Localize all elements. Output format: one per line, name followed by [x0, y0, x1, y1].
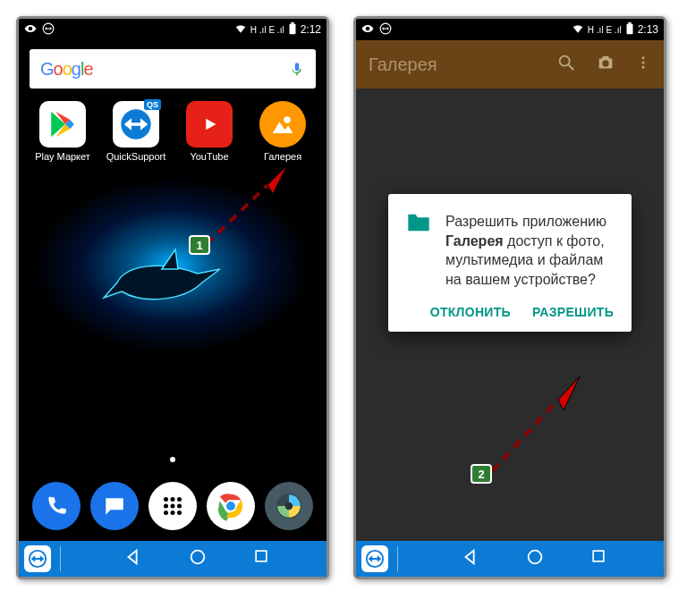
- messages-app-icon[interactable]: [90, 482, 139, 530]
- teamviewer-status-icon: [42, 22, 55, 38]
- google-logo: Google: [40, 59, 93, 80]
- svg-point-29: [602, 60, 608, 66]
- teamviewer-nav-icon[interactable]: [361, 545, 388, 572]
- svg-point-5: [164, 497, 168, 502]
- app-play-market[interactable]: Play Маркет: [31, 101, 94, 162]
- svg-rect-2: [291, 22, 294, 24]
- svg-point-18: [284, 502, 293, 511]
- signal-text: H .ıl E .ıl: [250, 25, 284, 35]
- phone-home: H .ıl E .ıl 2:12 Google Play Маркет QS: [16, 16, 329, 579]
- home-app-row: Play Маркет QS QuickSupport YouTube Гале…: [19, 101, 327, 162]
- search-icon[interactable]: [556, 53, 576, 77]
- battery-icon: [288, 22, 297, 38]
- svg-rect-35: [593, 551, 604, 561]
- gallery-toolbar: Галерея: [356, 40, 664, 89]
- app-youtube[interactable]: YouTube: [178, 101, 241, 162]
- svg-point-32: [642, 65, 645, 68]
- wifi-icon: [572, 22, 584, 38]
- teamviewer-nav-icon[interactable]: [24, 545, 51, 572]
- nav-bar: [19, 541, 327, 577]
- camera-app-icon[interactable]: [265, 482, 313, 530]
- svg-point-20: [191, 551, 204, 564]
- phone-app-icon[interactable]: [32, 482, 81, 530]
- app-drawer-icon[interactable]: [148, 482, 197, 530]
- svg-rect-1: [289, 23, 295, 33]
- teamviewer-status-icon: [379, 22, 392, 38]
- app-label: Галерея: [251, 151, 314, 162]
- status-bar: H .ıl E .ıl 2:12: [19, 19, 327, 40]
- quicksupport-icon: QS: [113, 101, 159, 148]
- recents-button[interactable]: [589, 547, 607, 570]
- svg-point-10: [177, 504, 182, 509]
- svg-rect-21: [256, 551, 267, 561]
- recents-button[interactable]: [252, 547, 270, 570]
- mic-icon[interactable]: [289, 61, 305, 77]
- youtube-icon: [186, 101, 233, 148]
- wifi-icon: [234, 22, 247, 38]
- app-label: YouTube: [178, 151, 241, 162]
- svg-point-31: [642, 61, 645, 63]
- svg-point-12: [170, 511, 174, 515]
- dialog-text-pre: Разрешить приложению: [445, 214, 606, 229]
- battery-icon: [625, 22, 634, 38]
- dialog-text-appname: Галерея: [445, 233, 504, 249]
- home-button[interactable]: [525, 547, 545, 570]
- folder-icon: [406, 212, 431, 233]
- clock-text: 2:13: [638, 23, 658, 36]
- nav-divider: [60, 546, 61, 571]
- camera-icon[interactable]: [596, 53, 615, 77]
- app-label: Play Маркет: [31, 151, 94, 162]
- svg-rect-26: [628, 22, 632, 24]
- page-indicator-dot: [170, 457, 175, 462]
- permission-dialog: Разрешить приложению Галерея доступ к фо…: [388, 194, 632, 332]
- eye-icon: [361, 22, 374, 38]
- svg-line-28: [569, 64, 574, 70]
- gallery-title: Галерея: [369, 55, 437, 75]
- app-label: QuickSupport: [105, 151, 167, 162]
- svg-point-27: [560, 55, 570, 65]
- step-badge-2: 2: [471, 464, 492, 484]
- permission-dialog-text: Разрешить приложению Галерея доступ к фо…: [445, 212, 614, 289]
- deny-button[interactable]: ОТКЛОНИТЬ: [430, 305, 511, 319]
- svg-point-11: [164, 511, 168, 515]
- app-gallery[interactable]: Галерея: [251, 101, 314, 162]
- svg-point-30: [642, 56, 645, 59]
- status-bar: H .ıl E .ıl 2:13: [356, 19, 664, 40]
- clock-text: 2:12: [301, 23, 321, 36]
- eye-icon: [24, 22, 37, 38]
- step-badge-1: 1: [189, 235, 210, 255]
- phone-gallery: H .ıl E .ıl 2:13 Галерея Разрешить прило…: [353, 16, 666, 579]
- step-number: 1: [196, 239, 202, 252]
- nav-bar: [356, 541, 664, 577]
- svg-point-4: [284, 116, 291, 123]
- nav-divider: [397, 546, 398, 571]
- back-button[interactable]: [123, 547, 143, 570]
- gallery-icon: [259, 101, 306, 148]
- back-button[interactable]: [461, 547, 480, 570]
- svg-point-34: [528, 551, 541, 564]
- allow-button[interactable]: РАЗРЕШИТЬ: [532, 305, 614, 319]
- svg-point-9: [170, 504, 174, 509]
- step-number: 2: [478, 468, 484, 481]
- svg-rect-25: [626, 23, 632, 33]
- svg-point-13: [177, 511, 182, 515]
- favorites-tray: [19, 471, 327, 541]
- google-search-bar[interactable]: Google: [30, 49, 316, 89]
- home-button[interactable]: [188, 547, 208, 570]
- signal-text: H .ıl E .ıl: [588, 25, 622, 35]
- play-store-icon: [39, 101, 86, 148]
- svg-point-6: [170, 497, 174, 502]
- svg-point-8: [164, 504, 168, 509]
- overflow-menu-icon[interactable]: [635, 53, 651, 77]
- svg-point-7: [177, 497, 182, 502]
- app-quicksupport[interactable]: QS QuickSupport: [105, 101, 167, 162]
- chrome-app-icon[interactable]: [207, 482, 255, 530]
